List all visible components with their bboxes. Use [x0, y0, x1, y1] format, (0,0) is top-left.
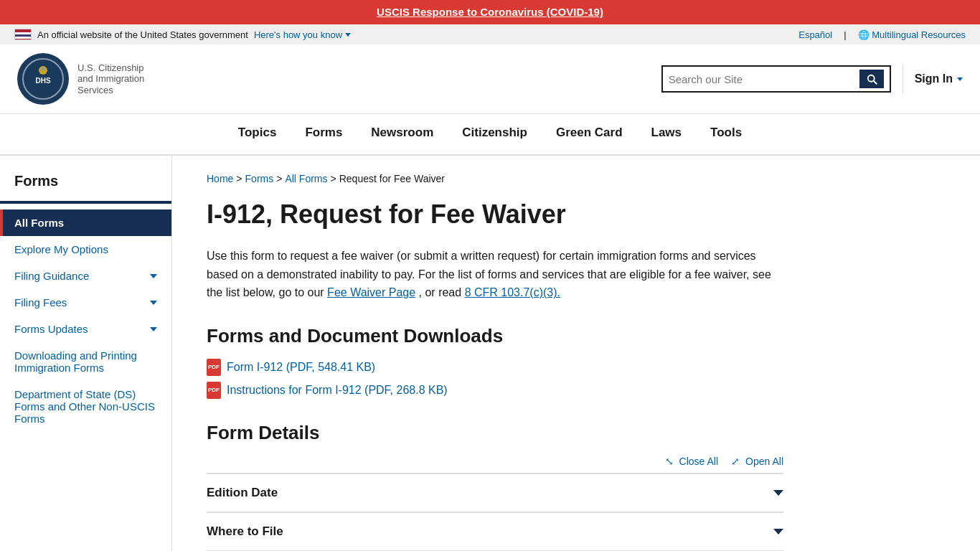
search-button[interactable]	[859, 70, 884, 88]
download-form-link[interactable]: PDF Form I-912 (PDF, 548.41 KB)	[207, 359, 783, 376]
search-input[interactable]	[669, 73, 859, 85]
close-all-icon: ⤡	[664, 456, 675, 467]
accordion-where-to-file: Where to File	[207, 512, 783, 550]
main-nav: Topics Forms Newsroom Citizenship Green …	[0, 114, 980, 156]
sidebar-item-label: Filing Guidance	[14, 270, 89, 282]
nav-tools[interactable]: Tools	[696, 114, 756, 154]
nav-forms[interactable]: Forms	[291, 114, 357, 154]
cfr-link[interactable]: 8 CFR 103.7(c)(3).	[465, 286, 560, 298]
logo-line3: Services	[77, 85, 144, 96]
logo-svg: DHS	[22, 57, 65, 100]
accordion-edition-date-label: Edition Date	[207, 486, 278, 500]
pdf-icon: PDF	[207, 382, 221, 399]
accordion-chevron-icon	[773, 529, 783, 534]
sidebar-item-downloading[interactable]: Downloading and Printing Immigration For…	[0, 342, 171, 381]
espanol-link[interactable]: Español	[798, 29, 832, 40]
breadcrumb-forms[interactable]: Forms	[245, 173, 274, 184]
sidebar-item-label: Filing Fees	[14, 296, 67, 309]
multilingual-link[interactable]: 🌐 Multilingual Resources	[858, 29, 966, 40]
pdf-icon: PDF	[207, 359, 221, 376]
expand-icon	[150, 301, 157, 305]
logo-line2: and Immigration	[77, 73, 144, 85]
accordion-edition-date-header[interactable]: Edition Date	[207, 474, 783, 512]
gov-bar: An official website of the United States…	[0, 24, 980, 44]
sidebar-item-all-forms[interactable]: All Forms	[0, 209, 171, 236]
main-content: Home > Forms > All Forms > Request for F…	[172, 156, 818, 551]
gov-bar-left: An official website of the United States…	[14, 29, 351, 40]
how-know-text: Here's how you know	[254, 29, 342, 40]
gov-bar-right: Español | 🌐 Multilingual Resources	[798, 29, 966, 40]
chevron-down-icon	[345, 33, 351, 37]
nav-newsroom[interactable]: Newsroom	[357, 114, 448, 154]
form-details-heading: Form Details	[207, 422, 783, 444]
sidebar-item-label: Downloading and Printing Immigration For…	[14, 349, 157, 374]
breadcrumb-home[interactable]: Home	[207, 173, 233, 184]
sign-in-button[interactable]: Sign In	[915, 67, 963, 91]
us-flag-icon	[14, 29, 32, 40]
sidebar-item-explore-options[interactable]: Explore My Options	[0, 236, 171, 263]
close-all-button[interactable]: ⤡ Close All	[664, 456, 718, 467]
sidebar-item-ds-forms[interactable]: Department of State (DS) Forms and Other…	[0, 381, 171, 432]
nav-greencard[interactable]: Green Card	[542, 114, 637, 154]
breadcrumb-sep: >	[331, 173, 336, 184]
breadcrumb: Home > Forms > All Forms > Request for F…	[207, 173, 783, 184]
nav-laws[interactable]: Laws	[637, 114, 697, 154]
close-all-label: Close All	[679, 456, 718, 467]
download-2-label: Instructions for Form I-912 (PDF, 268.8 …	[227, 384, 448, 397]
sidebar-item-label: Forms Updates	[14, 323, 88, 335]
nav-citizenship[interactable]: Citizenship	[448, 114, 542, 154]
logo-area: DHS U.S. Citizenship and Immigration Ser…	[17, 53, 144, 105]
official-text: An official website of the United States…	[37, 29, 248, 40]
logo-line1: U.S. Citizenship	[77, 62, 144, 74]
accordion-edition-date: Edition Date	[207, 473, 783, 512]
accordion-where-to-file-label: Where to File	[207, 524, 283, 539]
header-right: Sign In	[661, 65, 963, 93]
fee-waiver-link[interactable]: Fee Waiver Page	[327, 286, 415, 298]
uscis-logo: DHS	[17, 53, 69, 105]
open-all-button[interactable]: ⤢ Open All	[730, 456, 783, 467]
sign-in-chevron-icon	[957, 77, 963, 81]
sign-in-label: Sign In	[915, 72, 953, 85]
breadcrumb-sep: >	[236, 173, 242, 184]
download-section: Forms and Document Downloads PDF Form I-…	[207, 325, 783, 399]
sidebar-item-label: Department of State (DS) Forms and Other…	[14, 388, 157, 425]
covid-link[interactable]: USCIS Response to Coronavirus (COVID-19)	[377, 6, 603, 18]
intro-text: Use this form to request a fee waiver (o…	[207, 247, 783, 302]
how-know-link[interactable]: Here's how you know	[254, 29, 351, 40]
accordion-where-to-file-header[interactable]: Where to File	[207, 513, 783, 550]
breadcrumb-sep: >	[276, 173, 282, 184]
sidebar-item-filing-guidance[interactable]: Filing Guidance	[0, 263, 171, 289]
sidebar: Forms All Forms Explore My Options Filin…	[0, 156, 172, 551]
sidebar-item-forms-updates[interactable]: Forms Updates	[0, 316, 171, 342]
form-details-controls: ⤡ Close All ⤢ Open All	[207, 456, 783, 467]
expand-icon	[150, 274, 157, 278]
sidebar-item-label: All Forms	[14, 217, 64, 229]
open-all-icon: ⤢	[730, 456, 741, 467]
page-title: I-912, Request for Fee Waiver	[207, 199, 783, 230]
sidebar-item-filing-fees[interactable]: Filing Fees	[0, 289, 171, 316]
breadcrumb-all-forms[interactable]: All Forms	[285, 173, 327, 184]
page-layout: Forms All Forms Explore My Options Filin…	[0, 156, 980, 551]
search-box	[661, 65, 891, 93]
accordion-chevron-icon	[773, 490, 783, 496]
svg-text:DHS: DHS	[35, 77, 50, 85]
download-instructions-link[interactable]: PDF Instructions for Form I-912 (PDF, 26…	[207, 382, 783, 399]
open-all-label: Open All	[745, 456, 783, 467]
breadcrumb-current: Request for Fee Waiver	[339, 173, 445, 184]
sidebar-title: Forms	[0, 173, 171, 204]
nav-topics[interactable]: Topics	[224, 114, 291, 154]
divider: |	[844, 29, 846, 40]
covid-banner: USCIS Response to Coronavirus (COVID-19)	[0, 0, 980, 24]
vertical-divider	[903, 65, 903, 93]
logo-text: U.S. Citizenship and Immigration Service…	[77, 62, 144, 96]
download-1-label: Form I-912 (PDF, 548.41 KB)	[227, 361, 375, 374]
search-icon	[865, 72, 878, 85]
header: DHS U.S. Citizenship and Immigration Ser…	[0, 44, 980, 114]
globe-icon: 🌐	[858, 29, 870, 40]
form-details-section: Form Details ⤡ Close All ⤢ Open All Edit…	[207, 422, 783, 551]
downloads-heading: Forms and Document Downloads	[207, 325, 783, 347]
expand-icon	[150, 327, 157, 331]
sidebar-item-label: Explore My Options	[14, 243, 108, 255]
